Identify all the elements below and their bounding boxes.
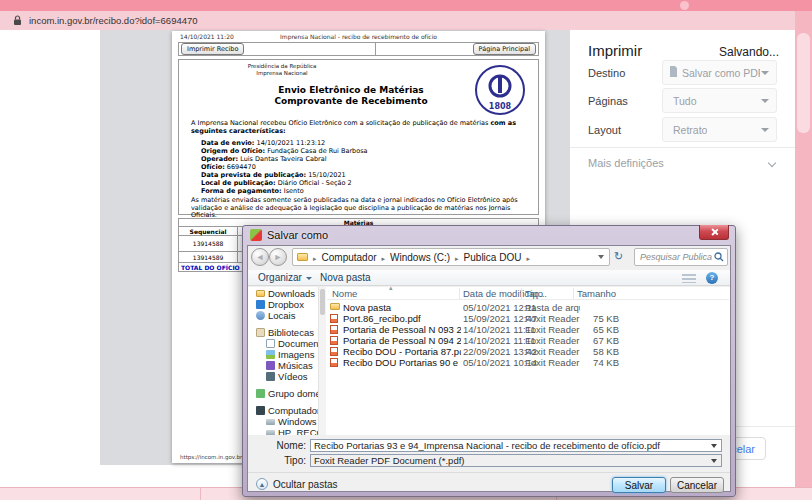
- sidebar-item-videos[interactable]: Vídeos: [248, 371, 318, 382]
- sidebar-item-grupo-domestico[interactable]: Grupo doméstico: [248, 388, 318, 399]
- drive-icon: [266, 419, 275, 425]
- pages-select[interactable]: Tudo: [662, 88, 777, 113]
- pagina-principal-button[interactable]: Página Principal: [473, 43, 536, 55]
- pdf-file-icon: [330, 347, 338, 356]
- column-header-nome[interactable]: Nome: [332, 288, 357, 299]
- file-browser: Downloads Dropbox Locais Bibliotecas Doc…: [248, 287, 730, 435]
- file-list-header: ▴ Nome Data de modificaç... Tipo Tamanho: [327, 287, 729, 300]
- search-placeholder: Pesquisar Publica DOU: [640, 252, 714, 262]
- list-item[interactable]: Portaria de Pessoal N 093 2021 FCRB Disp…: [327, 324, 729, 335]
- screen: incom.in.gov.br/recibo.do?idof=6694470 1…: [0, 0, 812, 500]
- list-item[interactable]: Port.86_recibo.pdf15/09/2021 12:47 Foxit…: [327, 313, 729, 324]
- sidebar-item-musicas[interactable]: Músicas: [248, 360, 318, 371]
- homegroup-icon: [256, 389, 265, 398]
- pdf-file-icon: [330, 325, 338, 334]
- sidebar-item-windows-c[interactable]: Windows (C:): [248, 416, 318, 427]
- filename-row: Nome: Recibo Portarias 93 e 94_Imprensa …: [248, 439, 730, 453]
- list-item[interactable]: Portaria de Pessoal N 094 2021 FCRB Desi…: [327, 335, 729, 346]
- filename-input[interactable]: Recibo Portarias 93 e 94_Imprensa Nacion…: [310, 439, 722, 452]
- breadcrumb-item[interactable]: Computador: [308, 252, 377, 263]
- sort-indicator-icon: ▴: [389, 284, 393, 292]
- dialog-address-row: ◄ ► Computador Windows (C:) Publica DOU …: [250, 248, 728, 266]
- destination-label: Destino: [588, 67, 625, 79]
- sidebar-scrollbar[interactable]: [318, 287, 326, 435]
- office-details: Data de envio: 14/10/2021 11:23:12 Orige…: [201, 139, 368, 195]
- pictures-icon: [266, 350, 275, 359]
- url-text: incom.in.gov.br/recibo.do?idof=6694470: [29, 15, 198, 26]
- layout-select[interactable]: Retrato: [662, 117, 777, 142]
- chevron-down-icon[interactable]: [598, 255, 604, 259]
- scrollbar-thumb[interactable]: [797, 33, 810, 133]
- browser-address-bar[interactable]: incom.in.gov.br/recibo.do?idof=6694470: [0, 11, 812, 30]
- close-icon[interactable]: [699, 225, 729, 240]
- sidebar-item-locais[interactable]: Locais: [248, 310, 318, 321]
- saving-status: Salvando...: [719, 45, 779, 59]
- back-icon[interactable]: ◄: [251, 248, 269, 266]
- lock-icon: [13, 15, 22, 26]
- help-icon[interactable]: ?: [706, 272, 718, 284]
- breadcrumb-item[interactable]: Windows (C:): [377, 252, 451, 263]
- pdf-file-icon: [330, 336, 338, 345]
- chevron-down-icon: [761, 99, 769, 103]
- column-header-tamanho[interactable]: Tamanho: [577, 288, 616, 299]
- scrollbar-thumb[interactable]: [320, 289, 325, 315]
- sidebar-item-dropbox[interactable]: Dropbox: [248, 299, 318, 310]
- folder-icon: [256, 290, 265, 297]
- vertical-scrollbar[interactable]: [795, 11, 812, 500]
- column-header-tipo[interactable]: Tipo: [525, 288, 543, 299]
- intro-paragraph: A Imprensa Nacional recebeu Ofício Eletr…: [191, 120, 524, 135]
- dialog-body: ◄ ► Computador Windows (C:) Publica DOU …: [247, 245, 731, 492]
- list-item[interactable]: Nova pasta05/10/2021 12:11 Pasta de arqu…: [327, 302, 729, 313]
- sidebar-item-imagens[interactable]: Imagens: [248, 349, 318, 360]
- save-as-dialog: Salvar como ◄ ► Computador Windows (C:) …: [242, 225, 736, 497]
- app-icon: [250, 229, 262, 241]
- chevron-down-icon: [761, 128, 769, 132]
- chevron-down-icon[interactable]: [711, 459, 717, 463]
- videos-icon: [266, 372, 275, 381]
- sidebar-item-bibliotecas[interactable]: Bibliotecas: [248, 327, 318, 338]
- search-box[interactable]: Pesquisar Publica DOU: [634, 248, 728, 266]
- breadcrumb-item[interactable]: Publica DOU: [450, 252, 521, 263]
- list-item[interactable]: Recibo DOU - Portaria 87.pdf22/09/2021 1…: [327, 346, 729, 357]
- destination-select[interactable]: Salvar como PDF: [662, 60, 777, 85]
- filetype-row: Tipo: Foxit Reader PDF Document (*.pdf): [248, 454, 730, 468]
- browser-tab-strip: [0, 0, 812, 11]
- sidebar-item-downloads[interactable]: Downloads: [248, 288, 318, 299]
- libraries-icon: [256, 328, 265, 337]
- hide-folders-button[interactable]: ▲ Ocultar pastas: [256, 478, 337, 490]
- organize-menu[interactable]: Organizar: [258, 272, 312, 283]
- list-item[interactable]: Recibo DOU Portarias 90 e 91.pdf05/10/20…: [327, 357, 729, 368]
- file-list: ▴ Nome Data de modificaç... Tipo Tamanho…: [327, 287, 729, 435]
- document-title: Envio Eletrônico de Matérias Comprovante…: [237, 85, 465, 107]
- pdf-file-icon: [330, 314, 338, 323]
- folder-icon: [297, 253, 308, 261]
- filetype-label: Tipo:: [248, 455, 306, 466]
- computer-icon: [256, 406, 265, 415]
- save-button[interactable]: Salvar: [612, 477, 666, 493]
- refresh-icon[interactable]: ↻: [614, 250, 623, 263]
- more-settings-toggle[interactable]: Mais definições: [588, 157, 664, 169]
- sidebar-item-computador[interactable]: Computador: [248, 405, 318, 416]
- chevron-down-icon[interactable]: [711, 444, 717, 448]
- filetype-select[interactable]: Foxit Reader PDF Document (*.pdf): [310, 454, 722, 467]
- browser-avatar-circle[interactable]: [680, 1, 689, 10]
- layout-label: Layout: [588, 124, 621, 136]
- sidebar-item-documentos[interactable]: Documentos: [248, 338, 318, 349]
- chevron-down-icon: [768, 159, 776, 167]
- document-body: Presidência da República Imprensa Nacion…: [178, 59, 539, 215]
- sidebar-item-hp-recovery[interactable]: HP_RECOVERY: [248, 427, 318, 435]
- pdf-file-icon: [330, 358, 338, 367]
- imprimir-recibo-button[interactable]: Imprimir Recibo: [181, 43, 244, 55]
- org-header: Presidência da República Imprensa Nacion…: [207, 63, 357, 76]
- views-icon[interactable]: [682, 274, 696, 283]
- new-folder-button[interactable]: Nova pasta: [320, 272, 371, 283]
- imprensa-nacional-logo-icon: 1808: [474, 64, 526, 120]
- forward-icon[interactable]: ►: [269, 248, 287, 266]
- notice-paragraph: As matérias enviadas somente serão publi…: [191, 197, 518, 220]
- dialog-toolbar: Organizar Nova pasta ?: [248, 270, 730, 286]
- breadcrumb[interactable]: Computador Windows (C:) Publica DOU: [292, 248, 610, 266]
- documents-icon: [266, 339, 275, 348]
- cancel-button[interactable]: Cancelar: [670, 477, 724, 493]
- recent-places-icon: [256, 311, 265, 320]
- drive-icon: [266, 430, 275, 436]
